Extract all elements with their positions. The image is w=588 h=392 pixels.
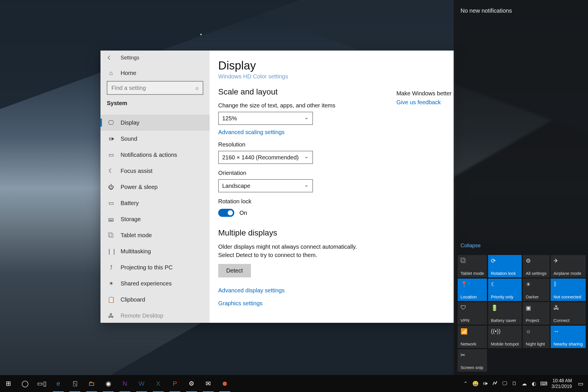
taskbar-chrome[interactable]: ◉ <box>100 375 117 392</box>
sidebar-item-battery[interactable]: ▭Battery <box>100 195 210 211</box>
tablet-icon: ⿻ <box>461 257 484 264</box>
home-nav-item[interactable]: ⌂ Home <box>100 65 210 81</box>
scale-combobox[interactable]: 125% <box>218 112 313 125</box>
tray-icon-2[interactable]: 🕪 <box>480 381 490 387</box>
advanced-scaling-link[interactable]: Advanced scaling settings <box>218 129 285 136</box>
resolution-value: 2160 × 1440 (Recommended) <box>222 154 299 161</box>
taskbar-store[interactable]: ⍂ <box>67 375 83 392</box>
taskbar-edge[interactable]: e <box>50 375 67 392</box>
taskbar-task-view[interactable]: ▭▯ <box>33 375 50 392</box>
feedback-link[interactable]: Give us feedback <box>396 99 452 106</box>
detect-button[interactable]: Detect <box>218 264 251 277</box>
tray-icon-3[interactable]: 🗲 <box>490 381 500 387</box>
quick-action-priority-only[interactable]: ☾Priority only <box>488 279 522 301</box>
resolution-combobox[interactable]: 2160 × 1440 (Recommended) <box>218 151 313 164</box>
quick-action-location[interactable]: 📍Location <box>458 279 487 301</box>
sidebar-item-remote-desktop[interactable]: 🖧Remote Desktop <box>100 308 210 323</box>
action-center-button[interactable]: ▭ <box>575 380 586 387</box>
sidebar-item-label: Display <box>121 119 140 126</box>
sidebar-item-label: Focus assist <box>121 168 152 174</box>
tray-icon-7[interactable]: ◐ <box>529 381 539 387</box>
quick-action-rotation-lock[interactable]: ⟳Rotation lock <box>488 255 522 277</box>
quick-action-battery-saver[interactable]: 🔋Battery saver <box>488 302 522 325</box>
back-button[interactable] <box>105 53 114 63</box>
taskbar-explorer[interactable]: 🗀 <box>83 375 100 392</box>
sidebar-item-display[interactable]: 🖵Display <box>100 115 210 131</box>
snip-icon: ✂ <box>461 352 484 358</box>
sidebar-item-tablet-mode[interactable]: ⿻Tablet mode <box>100 227 210 243</box>
graphics-settings-link[interactable]: Graphics settings <box>218 300 454 307</box>
quick-action-mobile-hotspot[interactable]: ((•))Mobile hotspot <box>488 326 522 348</box>
window-title: Settings <box>121 55 139 61</box>
taskbar-recorder[interactable]: ⏺ <box>216 375 233 392</box>
taskbar-mail[interactable]: ✉ <box>200 375 216 392</box>
shared-icon: ✶ <box>107 280 115 287</box>
hd-color-link[interactable]: Windows HD Color settings <box>218 73 454 80</box>
sidebar-item-multitasking[interactable]: ❘❘Multitasking <box>100 243 210 259</box>
quick-action-all-settings[interactable]: ⚙All settings <box>523 255 550 277</box>
quick-action-night-light[interactable]: ☼Night light <box>523 326 550 348</box>
quick-action-darker[interactable]: ☀Darker <box>523 279 550 301</box>
quick-action-label: Project <box>526 318 547 323</box>
tray-icon-1[interactable]: 😀 <box>471 381 480 387</box>
sidebar-item-clipboard[interactable]: 📋Clipboard <box>100 291 210 308</box>
quick-action-nearby-sharing[interactable]: ↔Nearby sharing <box>551 326 586 348</box>
rotation-lock-toggle[interactable] <box>218 209 234 217</box>
clock[interactable]: 10:48 AM 3/21/2019 <box>549 378 575 389</box>
quick-action-vpn[interactable]: 🛡VPN <box>458 302 487 325</box>
advanced-display-link[interactable]: Advanced display settings <box>218 287 454 294</box>
taskbar: ⊞◯▭▯e⍂🗀◉NWXP⚙✉⏺ ⌃😀🕪🗲🖵🗋☁◐⌨ 10:48 AM 3/21/… <box>0 375 588 392</box>
search-input[interactable]: ⌕ <box>107 81 203 95</box>
quick-action-label: Battery saver <box>491 318 519 323</box>
quick-action-connect[interactable]: 🖧Connect <box>551 302 586 325</box>
quick-action-label: All settings <box>526 271 547 276</box>
page-title: Display <box>218 59 454 72</box>
sidebar-item-storage[interactable]: 🖴Storage <box>100 211 210 227</box>
orientation-label: Orientation <box>218 170 454 176</box>
quick-action-project[interactable]: ▣Project <box>523 302 550 325</box>
tray-icon-0[interactable]: ⌃ <box>461 381 471 387</box>
sidebar-item-label: Storage <box>121 216 141 223</box>
taskbar-word[interactable]: W <box>133 375 150 392</box>
quick-action-label: Screen snip <box>461 365 484 370</box>
vpn-icon: 🛡 <box>461 304 484 311</box>
sidebar-item-shared-experiences[interactable]: ✶Shared experiences <box>100 275 210 291</box>
settings-content: Display Windows HD Color settings Scale … <box>210 51 454 323</box>
quick-action-label: Network <box>461 341 484 346</box>
network-icon: 📶 <box>461 328 484 335</box>
taskbar-powerpoint[interactable]: P <box>167 375 183 392</box>
quick-action-screen-snip[interactable]: ✂Screen snip <box>458 349 487 372</box>
taskbar-start[interactable]: ⊞ <box>0 375 17 392</box>
taskbar-cortana[interactable]: ◯ <box>17 375 33 392</box>
quick-action-network[interactable]: 📶Network <box>458 326 487 348</box>
quick-action-label: Night light <box>526 341 547 346</box>
sidebar-item-projecting-to-this-pc[interactable]: ⤴Projecting to this PC <box>100 259 210 275</box>
rotation-state: On <box>239 210 247 216</box>
sidebar-item-label: Clipboard <box>121 296 145 303</box>
taskbar-settings[interactable]: ⚙ <box>183 375 200 392</box>
quick-action-tablet-mode[interactable]: ⿻Tablet mode <box>458 255 487 277</box>
sidebar-item-focus-assist[interactable]: ☾Focus assist <box>100 163 210 179</box>
taskbar-excel[interactable]: X <box>150 375 167 392</box>
taskbar-onenote[interactable]: N <box>117 375 133 392</box>
quick-action-label: Tablet mode <box>461 271 484 276</box>
quick-action-label: Location <box>461 294 484 299</box>
sidebar-item-power-sleep[interactable]: ⏻Power & sleep <box>100 179 210 195</box>
storage-icon: 🖴 <box>107 216 115 223</box>
sound-icon: 🕪 <box>107 136 115 142</box>
quick-action-airplane-mode[interactable]: ✈Airplane mode <box>551 255 586 277</box>
tray-icon-6[interactable]: ☁ <box>519 381 529 387</box>
settings-sidebar: Settings ⌂ Home ⌕ System 🖵Display🕪Sound▭… <box>100 51 210 323</box>
quick-action-label: Mobile hotspot <box>491 341 519 346</box>
sidebar-item-notifications-actions[interactable]: ▭Notifications & actions <box>100 147 210 163</box>
quick-action-not-connected[interactable]: ᛒNot connected <box>551 279 586 301</box>
taskbar-left: ⊞◯▭▯e⍂🗀◉NWXP⚙✉⏺ <box>0 375 233 392</box>
tray-icon-4[interactable]: 🖵 <box>500 381 510 387</box>
tray-icon-5[interactable]: 🗋 <box>510 381 519 387</box>
orientation-combobox[interactable]: Landscape <box>218 179 313 192</box>
search-field[interactable] <box>107 85 192 91</box>
tray-icon-8[interactable]: ⌨ <box>539 381 549 387</box>
resolution-label: Resolution <box>218 141 454 148</box>
sidebar-item-sound[interactable]: 🕪Sound <box>100 131 210 147</box>
collapse-link[interactable]: Collapse <box>461 243 481 249</box>
